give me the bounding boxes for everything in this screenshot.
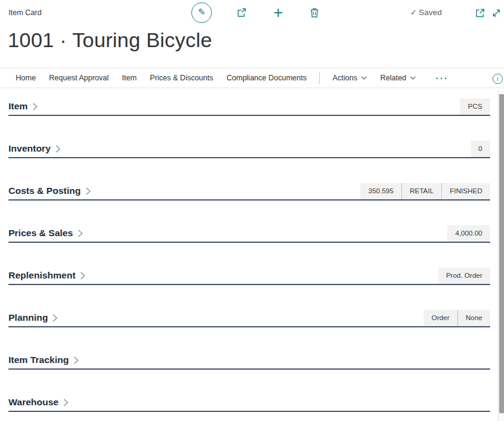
section-replenishment-toggle[interactable]: Replenishment <box>8 270 85 281</box>
section-item-tracking-toggle[interactable]: Item Tracking <box>8 355 78 365</box>
section-item-tracking: Item Tracking <box>8 327 490 370</box>
summary-badge[interactable]: 4,000.00 <box>447 225 490 242</box>
section-planning-toggle[interactable]: Planning <box>8 312 57 323</box>
section-label: Prices & Sales <box>8 228 73 239</box>
plus-icon: + <box>273 4 283 22</box>
new-button[interactable]: + <box>272 2 285 23</box>
summary-badge[interactable]: 0 <box>471 141 490 157</box>
check-icon: ✓ <box>410 8 417 17</box>
section-label: Planning <box>8 312 48 323</box>
section-inventory-toggle[interactable]: Inventory <box>8 143 60 154</box>
section-planning: Planning Order None <box>8 285 490 327</box>
section-summary-badges: Prod. Order <box>438 268 490 284</box>
section-item-toggle[interactable]: Item <box>8 101 37 112</box>
section-inventory: Inventory 0 <box>8 116 490 158</box>
page-title: 1001 · Touring Bicycle <box>8 28 212 52</box>
section-summary-badges: 350.595 RETAIL FINISHED <box>360 183 490 199</box>
section-label: Item Tracking <box>8 355 69 365</box>
summary-badge[interactable]: PCS <box>460 98 490 115</box>
section-label: Inventory <box>8 143 51 154</box>
summary-badge[interactable]: Order <box>424 310 457 326</box>
open-in-new-window-button[interactable] <box>474 7 486 19</box>
command-bar: ✎ + ✓ Saved <box>0 0 504 27</box>
edit-button[interactable]: ✎ <box>191 2 212 23</box>
delete-button[interactable] <box>308 7 321 19</box>
section-label: Costs & Posting <box>8 185 81 196</box>
chevron-right-icon <box>33 103 37 111</box>
save-status-label: Saved <box>419 8 442 17</box>
section-warehouse: Warehouse <box>8 370 490 412</box>
section-summary-badges: 4,000.00 <box>447 225 490 242</box>
fasttab-sections: Item PCS Inventory 0 Costs & Posting 350… <box>8 74 490 412</box>
share-icon <box>235 7 247 19</box>
section-warehouse-toggle[interactable]: Warehouse <box>8 397 68 408</box>
summary-badge[interactable]: 350.595 <box>360 183 401 199</box>
save-status: ✓ Saved <box>410 8 442 17</box>
section-label: Item <box>8 101 28 112</box>
info-icon[interactable]: i <box>493 74 503 84</box>
chevron-right-icon <box>78 230 83 237</box>
section-summary-badges: Order None <box>424 310 490 326</box>
scrollbar-thumb[interactable] <box>499 94 504 413</box>
chevron-right-icon <box>56 145 60 153</box>
chevron-right-icon <box>63 399 68 407</box>
chevron-right-icon <box>86 187 91 195</box>
resize-window-button[interactable] <box>491 7 502 19</box>
share-button[interactable] <box>235 7 247 19</box>
chevron-right-icon <box>80 272 85 280</box>
pencil-icon: ✎ <box>198 7 206 18</box>
section-costs-posting: Costs & Posting 350.595 RETAIL FINISHED <box>8 158 490 201</box>
section-label: Replenishment <box>8 270 75 281</box>
summary-badge[interactable]: None <box>458 310 491 326</box>
section-costs-posting-toggle[interactable]: Costs & Posting <box>8 185 91 196</box>
chevron-right-icon <box>53 314 57 322</box>
section-replenishment: Replenishment Prod. Order <box>8 243 490 285</box>
section-prices-sales-toggle[interactable]: Prices & Sales <box>8 228 83 239</box>
chevron-right-icon <box>74 356 78 364</box>
section-item: Item PCS <box>8 74 490 116</box>
resize-diagonal-icon <box>491 7 502 19</box>
summary-badge[interactable]: RETAIL <box>401 183 441 199</box>
summary-badge[interactable]: Prod. Order <box>438 268 490 284</box>
popout-icon <box>474 7 486 19</box>
section-summary-badges: 0 <box>471 141 490 157</box>
trash-icon <box>308 7 321 19</box>
section-label: Warehouse <box>8 397 59 408</box>
section-summary-badges: PCS <box>460 98 490 115</box>
vertical-scrollbar[interactable] <box>498 91 504 421</box>
section-prices-sales: Prices & Sales 4,000.00 <box>8 201 490 243</box>
summary-badge[interactable]: FINISHED <box>441 183 490 199</box>
